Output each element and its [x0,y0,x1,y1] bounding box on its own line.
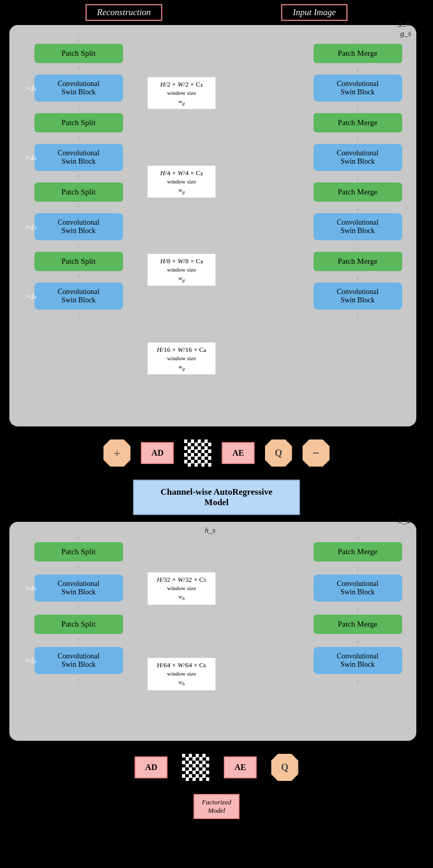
d3-row: ×d₃ ConvolutionalSwin Block [25,213,132,240]
ae-badge-2: AE [224,756,256,778]
lower-arch-block: h_s ↓ Patch Split ↑ ×d₅ ConvolutionalSwi… [9,522,416,741]
ha-column: h_a ↓ Patch Merge ↓ ConvolutionalSwin Bl… [304,530,411,732]
channelwise-container: Channel-wise AutoRegressive Model [0,474,433,518]
q-icon-2: Q [271,754,298,781]
conv-swin-ga-1: ConvolutionalSwin Block [314,75,402,102]
patch-split-3: Patch Split [34,182,123,202]
upper-arch-block: g_s ↓ Patch Split ↑ ×d₁ ConvolutionalSwi… [9,25,416,426]
d5-row: ×d₅ ConvolutionalSwin Block [25,574,132,602]
hs-label: h_s [205,526,215,535]
factorized-container: FactorizedModel [0,789,433,829]
ae-badge: AE [222,442,254,464]
checker-icon [184,439,211,467]
factorized-box: FactorizedModel [194,794,239,819]
d1-row: ×d₁ ConvolutionalSwin Block [25,75,132,102]
lower-arch-container: h_s ↓ Patch Split ↑ ×d₅ ConvolutionalSwi… [0,518,433,741]
conv-swin-4: ConvolutionalSwin Block [34,283,123,310]
upper-arch-container: g_s ↓ Patch Split ↑ ×d₁ ConvolutionalSwi… [0,25,433,426]
legend2-q: Q [271,754,298,781]
dim-box-5: H/32 × W/32 × C₅ window size wh [148,572,215,604]
hs-patch-split-2: Patch Split [34,615,123,634]
reconstruction-label: Reconstruction [86,4,162,21]
legend2-checker [182,754,209,781]
hs-patch-split-1: Patch Split [34,542,123,561]
dim-box-6: H/64 × W/64 × C₆ window size wh [148,658,215,690]
ga-label-corner: g_a [399,19,411,28]
plus-icon: + [103,439,130,467]
legend-ae: AE [222,442,254,464]
legend-plus: + [103,439,130,467]
patch-split-1: Patch Split [34,44,123,63]
conv-swin-ga-3: ConvolutionalSwin Block [314,213,402,240]
page-wrapper: Reconstruction Input Image g_s ↓ Patch S… [0,0,433,829]
mult-d5: ×d₅ [25,584,37,593]
conv-swin-ga-4: ConvolutionalSwin Block [314,283,402,310]
legend-ad: AD [141,442,174,464]
mult-d2-left: ×d₂ [25,153,37,162]
ha-conv-swin-1: ConvolutionalSwin Block [314,574,402,602]
legend-minus: − [303,439,330,467]
ad-badge-2: AD [135,756,167,778]
top-arrow-gs: ↓ [76,33,81,43]
patch-merge-4: Patch Merge [314,252,402,271]
mult-d1-left: ×d₁ [25,84,37,93]
d6-row: ×d₆ ConvolutionalSwin Block [25,647,132,674]
dim-box-4: H/16 × W/16 × C₄ window size wg [148,343,215,374]
legend-row-1: + AD AE Q − [0,426,433,474]
conv-swin-2: ConvolutionalSwin Block [34,144,123,171]
channelwise-box: Channel-wise AutoRegressive Model [133,480,300,515]
ga-column: g_a ↓ Patch Merge ↓ ConvolutionalSwin Bl… [304,33,411,418]
conv-swin-ga-2: ConvolutionalSwin Block [314,144,402,171]
checker-icon-2 [182,754,209,781]
patch-merge-1: Patch Merge [314,44,402,63]
legend-q: Q [265,439,292,467]
minus-icon: − [303,439,330,467]
d4-row: ×d₄ ConvolutionalSwin Block [25,283,132,310]
top-arrow-ga: ↓ [355,33,360,43]
patch-merge-3: Patch Merge [314,182,402,202]
hs-conv-swin-2: ConvolutionalSwin Block [34,647,123,674]
hs-column: ↓ Patch Split ↑ ×d₅ ConvolutionalSwin Bl… [25,530,132,732]
patch-split-4: Patch Split [34,252,123,271]
legend-row-2: AD AE Q [0,741,433,789]
mult-d6: ×d₆ [25,656,37,665]
hs-conv-swin-1: ConvolutionalSwin Block [34,574,123,602]
ha-patch-merge-2: Patch Merge [314,615,402,634]
ha-patch-merge-1: Patch Merge [314,542,402,561]
dim-box-3: H/8 × W/8 × C₃ window size wg [148,254,215,286]
mult-d4-left: ×d₄ [25,292,37,301]
dim-box-1: H/2 × W/2 × C₁ window size wg [148,77,215,109]
d2-row: ×d₂ ConvolutionalSwin Block [25,144,132,171]
gs-column: ↓ Patch Split ↑ ×d₁ ConvolutionalSwin Bl… [25,33,132,418]
conv-swin-1: ConvolutionalSwin Block [34,75,123,102]
title-bar: Reconstruction Input Image [0,0,433,25]
patch-split-2: Patch Split [34,113,123,132]
ha-label-corner: h_a [399,517,411,525]
patch-merge-2: Patch Merge [314,113,402,132]
middle-dims-lower: H/32 × W/32 × C₅ window size wh H/64 × W… [132,530,231,732]
legend2-ae: AE [224,756,256,778]
legend2-ad: AD [135,756,167,778]
mult-d3-left: ×d₃ [25,223,37,231]
ha-conv-swin-2: ConvolutionalSwin Block [314,647,402,674]
ad-badge: AD [141,442,174,464]
conv-swin-3: ConvolutionalSwin Block [34,213,123,240]
legend-checker [184,439,211,467]
dim-box-2: H/4 × W/4 × C₂ window size wg [148,166,215,198]
q-icon: Q [265,439,292,467]
input-image-label: Input Image [281,4,347,21]
middle-dims-upper: H/2 × W/2 × C₁ window size wg H/4 × W/4 … [132,33,231,418]
